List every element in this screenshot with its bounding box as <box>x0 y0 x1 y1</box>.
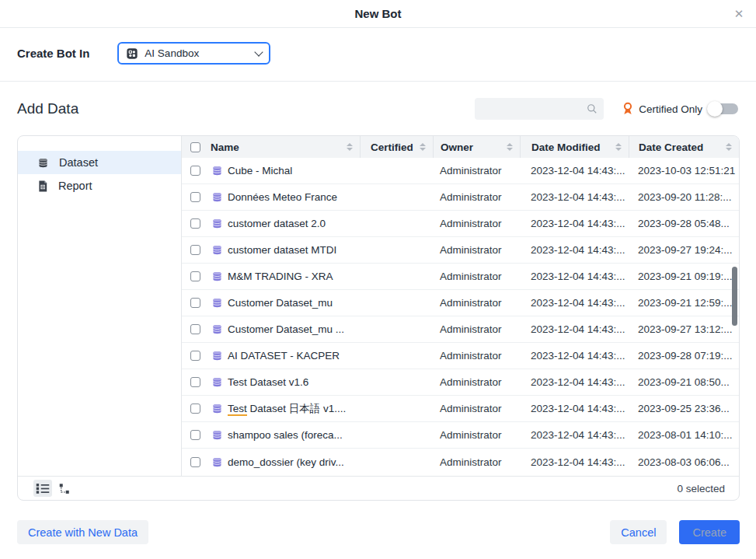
sort-icon[interactable] <box>615 143 622 151</box>
table-row[interactable]: M&M TRADING - XRAAdministrator2023-12-04… <box>182 264 739 290</box>
panel-footer: 0 selected <box>18 476 739 500</box>
dialog-titlebar: New Bot ✕ <box>0 0 756 28</box>
owner-cell: Administrator <box>433 350 520 362</box>
column-header-date-modified[interactable]: Date Modified <box>520 136 629 158</box>
dataset-name: Customer Dataset_mu <box>228 297 333 309</box>
table-row[interactable]: Customer Dataset_muAdministrator2023-12-… <box>182 290 739 316</box>
chevron-down-icon <box>255 47 263 56</box>
date-created-cell: 2023-09-21 09:19:... <box>629 271 739 282</box>
row-checkbox[interactable] <box>190 271 200 281</box>
dataset-icon <box>211 456 223 468</box>
row-checkbox[interactable] <box>190 377 200 387</box>
date-modified-cell: 2023-12-04 14:43:... <box>520 191 629 203</box>
column-header-owner[interactable]: Owner <box>433 136 520 158</box>
close-icon[interactable]: ✕ <box>731 6 747 22</box>
date-modified-cell: 2023-12-04 14:43:... <box>520 429 629 441</box>
search-match-highlight: Test <box>228 376 247 388</box>
row-checkbox[interactable] <box>190 166 200 176</box>
scrollbar-thumb[interactable] <box>732 267 737 326</box>
add-data-header: Add Data Certified Only <box>17 98 740 120</box>
row-checkbox[interactable] <box>190 298 200 308</box>
search-input[interactable] <box>481 103 587 115</box>
dataset-name: M&M TRADING - XRA <box>228 271 333 282</box>
search-box[interactable] <box>475 98 604 120</box>
table-row[interactable]: Test Dataset v1.6Administrator2023-12-04… <box>182 369 739 396</box>
table-row[interactable]: customer dataset 2.0Administrator2023-12… <box>182 211 739 237</box>
sidebar-item-label: Dataset <box>59 156 98 169</box>
project-dropdown[interactable]: AI Sandbox <box>117 42 270 65</box>
select-all-checkbox[interactable] <box>190 142 200 152</box>
dataset-name: demo_dossier (key driv... <box>228 456 344 468</box>
date-created-cell: 2023-09-21 08:50... <box>629 376 739 388</box>
dataset-name: Customer Dataset_mu ... <box>228 323 344 335</box>
dataset-icon <box>211 323 223 335</box>
dialog-actions: Create with New Data Cancel Create <box>17 520 740 544</box>
table-row[interactable]: Customer Dataset_mu ...Administrator2023… <box>182 316 739 343</box>
dataset-icon <box>211 271 223 282</box>
row-checkbox[interactable] <box>190 457 200 467</box>
dataset-name: Données Meteo France <box>228 191 337 203</box>
date-created-cell: 2023-09-27 19:24:... <box>629 244 739 256</box>
owner-cell: Administrator <box>433 271 520 282</box>
date-modified-cell: 2023-12-04 14:43:... <box>520 376 629 388</box>
date-created-cell: 2023-09-25 23:36... <box>629 403 739 414</box>
date-modified-cell: 2023-12-04 14:43:... <box>520 456 629 468</box>
owner-cell: Administrator <box>433 191 520 203</box>
sidebar-item-report[interactable]: Report <box>18 174 181 197</box>
table-row[interactable]: Données Meteo FranceAdministrator2023-12… <box>182 184 739 211</box>
table-row[interactable]: AI DATASET - KACPERAdministrator2023-12-… <box>182 343 739 369</box>
table-row[interactable]: Test Dataset 日本語 v1....Administrator2023… <box>182 396 739 422</box>
date-modified-cell: 2023-12-04 14:43:... <box>520 297 629 309</box>
row-checkbox[interactable] <box>190 324 200 334</box>
tree-view-icon[interactable] <box>56 480 75 497</box>
sort-icon[interactable] <box>347 143 353 151</box>
certified-badge-icon <box>622 102 633 116</box>
table-row[interactable]: Cube - MichalAdministrator2023-12-04 14:… <box>182 158 739 184</box>
sort-icon[interactable] <box>507 143 513 151</box>
date-modified-cell: 2023-12-04 14:43:... <box>520 323 629 335</box>
dataset-icon <box>211 165 223 176</box>
row-checkbox[interactable] <box>190 430 200 440</box>
list-view-icon[interactable] <box>33 480 52 497</box>
add-data-title: Add Data <box>17 100 78 117</box>
certified-only-toggle[interactable] <box>707 101 740 117</box>
owner-cell: Administrator <box>433 323 520 335</box>
owner-cell: Administrator <box>433 376 520 388</box>
column-header-name[interactable]: Name <box>209 136 360 158</box>
data-picker-panel: DatasetReport Name Certified Owner Date … <box>17 135 740 501</box>
dataset-icon <box>211 376 223 388</box>
project-dropdown-value: AI Sandbox <box>145 47 249 59</box>
date-created-cell: 2023-09-20 11:28:... <box>629 191 739 203</box>
row-checkbox[interactable] <box>190 404 200 414</box>
table-row[interactable]: demo_dossier (key driv...Administrator20… <box>182 449 739 475</box>
sidebar-item-dataset[interactable]: Dataset <box>18 151 181 174</box>
database-icon <box>37 157 49 169</box>
row-checkbox[interactable] <box>190 192 200 202</box>
row-checkbox[interactable] <box>190 245 200 255</box>
date-created-cell: 2023-09-28 05:48... <box>629 218 739 229</box>
sort-icon[interactable] <box>420 143 426 151</box>
report-icon <box>37 180 48 192</box>
row-checkbox[interactable] <box>190 351 200 361</box>
create-bot-in-section: Create Bot In AI Sandbox <box>0 28 756 82</box>
dataset-name: customer dataset MTDI <box>228 244 336 256</box>
cancel-button[interactable]: Cancel <box>610 520 667 544</box>
sort-icon[interactable] <box>726 143 732 151</box>
column-header-date-created[interactable]: Date Created <box>629 136 739 158</box>
dataset-name: customer dataset 2.0 <box>228 218 326 229</box>
owner-cell: Administrator <box>433 297 520 309</box>
date-created-cell: 2023-08-01 14:10:... <box>629 429 739 441</box>
row-checkbox[interactable] <box>190 218 200 229</box>
owner-cell: Administrator <box>433 218 520 229</box>
search-match-highlight: Test <box>228 403 247 416</box>
owner-cell: Administrator <box>433 403 520 414</box>
column-header-certified[interactable]: Certified <box>360 136 433 158</box>
create-with-new-data-button[interactable]: Create with New Data <box>17 520 148 544</box>
table-row[interactable]: customer dataset MTDIAdministrator2023-1… <box>182 237 739 264</box>
create-button[interactable]: Create <box>679 520 740 544</box>
table-row[interactable]: shampoo sales (foreca...Administrator202… <box>182 422 739 449</box>
dataset-icon <box>211 244 223 256</box>
dataset-name: Test Dataset v1.6 <box>228 376 308 388</box>
date-modified-cell: 2023-12-04 14:43:... <box>520 244 629 256</box>
search-icon <box>587 103 597 114</box>
